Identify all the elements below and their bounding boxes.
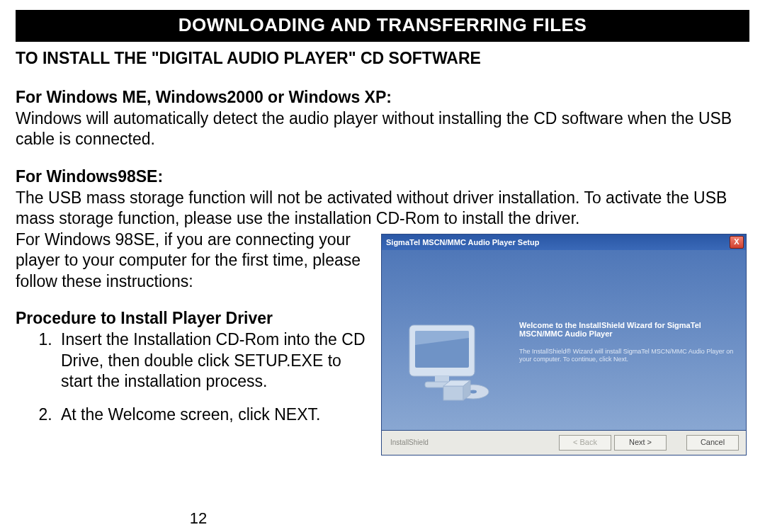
installer-desc-text: The InstallShield® Wizard will install S… [519, 348, 735, 364]
cancel-button[interactable]: Cancel [686, 435, 739, 451]
installer-window: SigmaTel MSCN/MMC Audio Player Setup X [381, 234, 747, 455]
installer-welcome-text: Welcome to the InstallShield Wizard for … [519, 321, 735, 338]
win98se-first-time: For Windows 98SE, if you are connecting … [16, 230, 368, 292]
page-number: 12 [0, 509, 397, 528]
installer-text-panel: Welcome to the InstallShield Wizard for … [515, 250, 746, 430]
installer-brand: InstallShield [389, 438, 556, 446]
procedure-list: Insert the Installation CD-Rom into the … [16, 329, 368, 426]
next-button[interactable]: Next > [614, 435, 667, 451]
monitor-icon [402, 321, 494, 406]
installer-graphic-panel [382, 250, 515, 430]
installer-footer: InstallShield < Back Next > Cancel [382, 431, 746, 455]
install-subtitle: TO INSTALL THE "DIGITAL AUDIO PLAYER" CD… [16, 49, 749, 68]
win98se-body: The USB mass storage function will not b… [16, 188, 749, 230]
win98se-heading: For Windows98SE: [16, 167, 749, 186]
step-1: Insert the Installation CD-Rom into the … [57, 329, 368, 392]
installer-body: Welcome to the InstallShield Wizard for … [382, 250, 746, 431]
back-button[interactable]: < Back [559, 435, 611, 451]
step-2: At the Welcome screen, click NEXT. [57, 404, 368, 425]
procedure-heading: Procedure to Install Player Driver [16, 309, 368, 328]
close-icon[interactable]: X [730, 236, 744, 249]
svg-rect-3 [435, 376, 449, 382]
section-banner: DOWNLOADING AND TRANSFERRING FILES [16, 10, 749, 42]
installer-titlebar: SigmaTel MSCN/MMC Audio Player Setup X [382, 234, 746, 250]
installer-title: SigmaTel MSCN/MMC Audio Player Setup [386, 238, 730, 247]
win-me-2000-xp-heading: For Windows ME, Windows2000 or Windows X… [16, 88, 749, 107]
svg-rect-7 [443, 386, 463, 400]
win-me-2000-xp-body: Windows will automatically detect the au… [16, 108, 749, 150]
manual-page: DOWNLOADING AND TRANSFERRING FILES TO IN… [0, 0, 765, 532]
